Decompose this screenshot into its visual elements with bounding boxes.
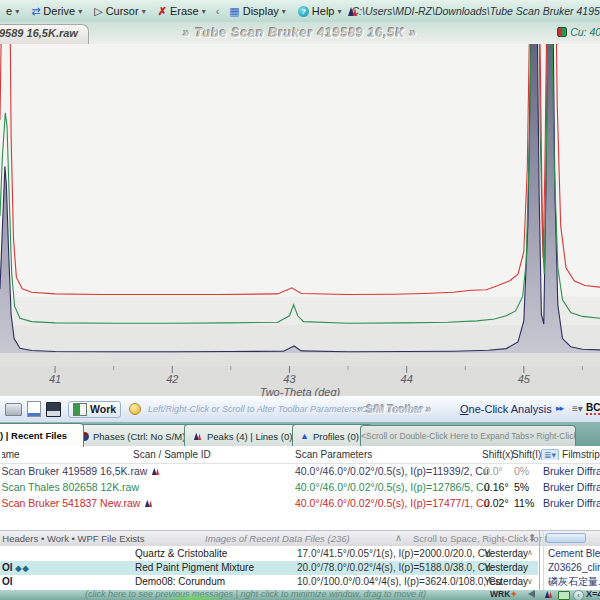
scan-file-name: Tube Scan Thales 802658 12K.raw	[2, 479, 139, 495]
column-header-shift-x[interactable]: Shift(x)	[482, 449, 514, 460]
status-message[interactable]: (click here to see previous messages | r…	[85, 589, 426, 599]
side-panel-file[interactable]: 磷灰石定量.w	[548, 575, 600, 589]
peaks-icon[interactable]	[544, 590, 553, 599]
recent-file-row[interactable]: OI ◆◆Red Paint Pigment Mixture20.0°/78.0…	[0, 561, 538, 575]
file-date: Yesterday	[484, 561, 528, 575]
cursor-coordinate: X=42.	[586, 589, 600, 599]
column-header-name[interactable]: Name	[2, 449, 102, 460]
wrk-indicator: WRK✦	[490, 589, 517, 599]
recent-data-files-list: Quartz & Cristobalite17.0°/41.5°/0.05°/1…	[0, 546, 600, 590]
svg-text:45: 45	[518, 373, 531, 385]
shift-x-value: 0.02°	[484, 495, 509, 511]
back-icon[interactable]: ‹	[573, 590, 584, 600]
chart-header-strip: 9589 16,5K.raw » Tube Scan Bruker 419589…	[0, 22, 600, 44]
sample-name: Demo08: Corundum	[135, 575, 225, 589]
side-panel-file[interactable]: Cement Blend 3	[548, 547, 600, 561]
file-date: Yesterday	[484, 547, 528, 561]
filmstrip-value: Bruker Diffrac-Plu	[543, 495, 600, 511]
star-icon: ✦	[510, 589, 517, 599]
scan-row[interactable]: Tube Scan Bruker 419589 16,5K.raw 40.0°/…	[0, 463, 600, 479]
diamond-icons: ◆◆	[15, 564, 29, 573]
menu-item-help[interactable]: ? Help ▾	[292, 5, 348, 17]
sm-toolbar: Work Left/Right-Click or Scroll to Alter…	[0, 396, 600, 423]
menu-item-erase[interactable]: ✗ Erase ▾	[152, 5, 212, 17]
menu-item-display[interactable]: ▦ Display ▾	[223, 5, 292, 17]
mute-speaker-icon[interactable]	[528, 590, 535, 598]
report-icon[interactable]	[27, 401, 41, 417]
recent-file-row[interactable]: Quartz & Cristobalite17.0°/41.5°/0.05°/1…	[0, 547, 538, 561]
forward-arrows-icon[interactable]: ▸▸	[556, 403, 563, 413]
monitor-icon[interactable]	[558, 591, 570, 600]
strip-hint-left: Column Headers • Work • WPF File Exists	[0, 533, 175, 544]
panel-divider[interactable]	[539, 530, 540, 590]
updown-arrow-icon[interactable]: ⇕	[528, 532, 536, 543]
shift-i-value: 5%	[514, 479, 529, 495]
column-header-filmstrip[interactable]: ≣▾Filmstrip or File	[541, 449, 600, 460]
scan-parameters: 40.0°/46.0°/0.02°/0.5(s), I(p)=11939/2, …	[295, 463, 489, 479]
filmstrip-value: Bruker Diffrac-Plu	[543, 463, 600, 479]
strip-hint-right: Scroll to Space, Right-Click for Menu	[413, 533, 568, 544]
current-file-path: C:\Users\MDI-RZ\Downloads\Tube Scan Bruk…	[347, 5, 600, 17]
recent-file-row[interactable]: OI Demo08: Corundum10.0°/100.0°/0.04°/4(…	[0, 575, 538, 589]
scan-list-header: Name Scan / Sample ID Scan Parameters Sh…	[0, 446, 600, 464]
tab-expand-hint[interactable]: <Scroll or Double-Click Here to Expand T…	[360, 425, 576, 447]
menu-item-derive[interactable]: ⇄ Derive ▾	[25, 5, 88, 17]
scan-parameters: 10.0°/100.0°/0.04°/4(s), I(p)=3624.0/108…	[297, 575, 502, 589]
shift-x-value: 0.16°	[484, 479, 509, 495]
lightbulb-icon[interactable]	[129, 403, 141, 415]
save-icon[interactable]	[46, 402, 61, 417]
scan-parameters: 40.0°/46.0°/0.02°/0.5(s), I(p)=17477/1, …	[295, 495, 489, 511]
one-click-analysis-button[interactable]: One-Click Analysis	[460, 403, 552, 415]
recent-files-panel-title[interactable]: Images of Recent Data Files (236)	[205, 533, 350, 544]
tab-recent-files[interactable]: ) | Recent Files	[0, 423, 84, 447]
horizontal-scrollbar-thumb[interactable]	[546, 533, 586, 543]
chevron-down-icon: ▾	[15, 7, 19, 16]
svg-text:42: 42	[166, 373, 178, 385]
help-icon: ?	[298, 6, 309, 17]
scan-file-name: Tube Scan Bruker 419589 16,5K.raw	[2, 463, 161, 479]
shift-i-value: 0%	[514, 463, 529, 479]
sample-name: Red Paint Pigment Mixture	[135, 561, 254, 575]
work-button[interactable]: Work	[68, 401, 121, 418]
sample-name: Quartz & Cristobalite	[135, 547, 227, 561]
status-strip: Column Headers • Work • WPF File Exists …	[0, 530, 600, 547]
collapse-icon[interactable]: ∧	[395, 532, 402, 543]
scan-row[interactable]: Tube Scan Thales 802658 12K.raw40.0°/46.…	[0, 479, 600, 495]
column-header-sample-id[interactable]: Scan / Sample ID	[133, 449, 211, 460]
scan-list: Name Scan / Sample ID Scan Parameters Sh…	[0, 446, 600, 530]
cursor-icon: ▷	[94, 6, 102, 17]
column-header-shift-i[interactable]: Shift(I)	[512, 449, 541, 460]
display-icon: ▦	[229, 6, 239, 17]
menu-partial-label: e	[6, 5, 12, 17]
filmstrip-dropdown-icon[interactable]: ≣▾	[541, 449, 559, 460]
tab-phases[interactable]: Phases (Ctrl: No S/M)	[72, 424, 196, 447]
toolbar-hint-text: Left/Right-Click or Scroll to Alter Tool…	[148, 404, 384, 414]
xrd-chart[interactable]: 4142434445Two-Theta (deg)	[0, 44, 600, 396]
row-flag: OI ◆◆	[2, 561, 30, 576]
chevron-left-icon[interactable]: ‹	[212, 5, 224, 17]
side-panel-file[interactable]: Z03626_clinke	[548, 561, 600, 575]
notification-glow	[160, 594, 230, 600]
print-icon[interactable]	[5, 403, 22, 416]
derive-icon: ⇄	[31, 6, 40, 17]
peaks-icon	[151, 467, 160, 475]
toolbar-menu-icon[interactable]: ≡▾	[572, 403, 583, 414]
svg-text:43: 43	[283, 373, 296, 385]
column-header-scan-parameters[interactable]: Scan Parameters	[295, 449, 372, 460]
scroll-up-icon[interactable]: ∧	[527, 548, 533, 557]
work-icon	[73, 403, 87, 416]
panel-tabs: ) | Recent Files Phases (Ctrl: No S/M) P…	[0, 422, 600, 446]
tab-peaks-lines[interactable]: Peaks (4) | Lines (0)	[184, 424, 304, 447]
peaks-icon	[144, 499, 153, 507]
background-correction-button[interactable]: BC	[586, 402, 600, 415]
shift-x-value: 0.0°	[484, 463, 503, 479]
peaks-icon	[193, 432, 202, 440]
chart-watermark-title: » Tube Scan Bruker 419589 16,5K »	[0, 26, 600, 40]
menu-bar: e ▾ ⇄ Derive ▾ ▷ Cursor ▾ ✗ Erase ▾ ‹ ▦ …	[0, 0, 600, 22]
status-bar: (click here to see previous messages | r…	[0, 590, 600, 600]
menu-item-cursor[interactable]: ▷ Cursor ▾	[88, 5, 152, 17]
scroll-down-icon[interactable]: ∨	[527, 577, 533, 586]
menu-item-partial[interactable]: e ▾	[0, 5, 25, 17]
scan-row[interactable]: Tube Scan Bruker 541837 New.raw 40.0°/46…	[0, 495, 600, 511]
filmstrip-value: Bruker Diffrac-Plu	[543, 479, 600, 495]
